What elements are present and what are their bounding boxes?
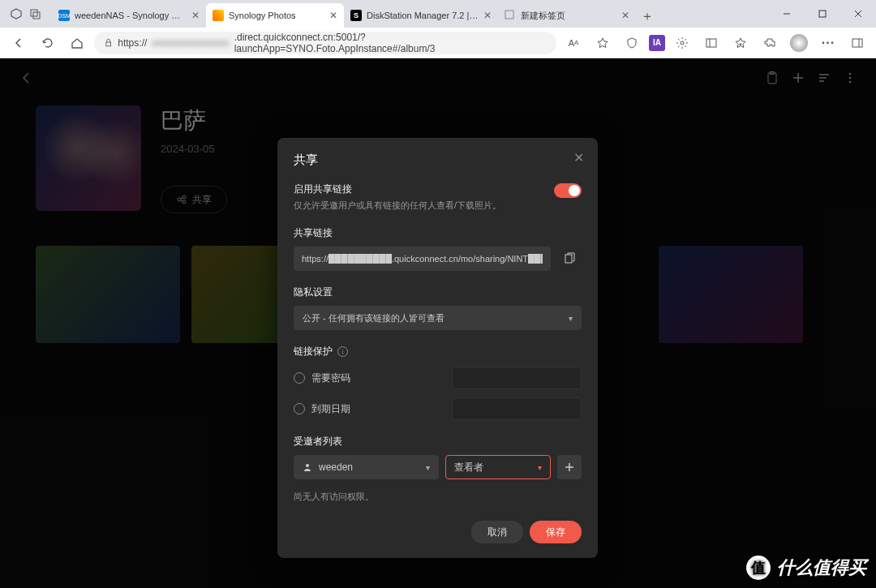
share-link-input[interactable] — [294, 247, 551, 271]
ia-extension-icon[interactable]: IA — [649, 35, 665, 51]
privacy-value: 公开 - 任何拥有该链接的人皆可查看 — [303, 312, 444, 324]
back-button[interactable] — [6, 31, 31, 55]
enable-link-label: 启用共享链接 — [294, 182, 582, 196]
close-icon[interactable]: ✕ — [621, 10, 629, 21]
browser-titlebar: DSM weedenNAS - Synology NAS ✕ Synology … — [0, 0, 876, 28]
svg-rect-13 — [852, 39, 862, 47]
refresh-button[interactable] — [36, 31, 60, 55]
photos-favicon — [213, 10, 224, 21]
collections-icon[interactable] — [728, 31, 753, 55]
expiry-field[interactable] — [452, 397, 582, 420]
watermark-text: 什么值得买 — [777, 556, 866, 580]
save-button[interactable]: 保存 — [530, 521, 582, 543]
add-invitee-button[interactable] — [557, 455, 582, 479]
tab-photos-active[interactable]: Synology Photos ✕ — [206, 3, 344, 28]
modal-title: 共享 — [294, 152, 582, 168]
svg-rect-0 — [31, 10, 37, 16]
close-icon[interactable]: ✕ — [329, 10, 337, 21]
close-icon[interactable]: ✕ — [570, 149, 586, 165]
tab-nas[interactable]: DSM weedenNAS - Synology NAS ✕ — [52, 3, 206, 28]
svg-point-31 — [306, 464, 309, 467]
expiry-radio[interactable] — [294, 403, 305, 414]
watermark: 值 什么值得买 — [746, 556, 866, 580]
synology-favicon: S — [350, 10, 362, 21]
address-bar: https:// wwwwwwwwwww .direct.quickconnec… — [0, 28, 876, 58]
enable-link-toggle[interactable] — [554, 183, 582, 198]
url-suffix: .direct.quickconnect.cn:5001/?launchApp=… — [234, 32, 547, 54]
cancel-button[interactable]: 取消 — [471, 521, 523, 543]
watermark-icon: 值 — [746, 556, 771, 580]
protect-section-label: 链接保护 i — [294, 345, 582, 358]
copy-icon — [563, 252, 576, 265]
tab-label: DiskStation Manager 7.2 | 群晖 — [367, 10, 479, 22]
invitee-section-label: 受邀者列表 — [294, 435, 582, 449]
gear-icon[interactable] — [670, 31, 694, 55]
copy-link-button[interactable] — [557, 247, 582, 271]
reader-icon[interactable]: AA — [561, 31, 586, 55]
svg-rect-30 — [565, 255, 572, 263]
synology-photos-app: 巴萨 2024-03-05 共享 共享 ✕ 启用共享链接 仅允许受邀用户或具有链… — [0, 58, 876, 588]
star-icon[interactable] — [590, 31, 615, 55]
url-input[interactable]: https:// wwwwwwwwwww .direct.quickconnec… — [94, 32, 556, 54]
info-icon[interactable]: i — [337, 346, 348, 357]
svg-rect-2 — [505, 11, 513, 19]
share-modal: 共享 ✕ 启用共享链接 仅允许受邀用户或具有链接的任何人查看/下载照片。 共享链… — [277, 138, 598, 558]
url-hidden: wwwwwwwwwww — [152, 37, 229, 49]
user-value: weeden — [319, 461, 419, 473]
close-icon[interactable]: ✕ — [483, 10, 492, 21]
user-select[interactable]: weeden ▾ — [294, 455, 439, 479]
role-value: 查看者 — [454, 461, 483, 474]
svg-rect-7 — [106, 42, 111, 46]
profile-avatar[interactable] — [787, 31, 811, 55]
workspace-icon[interactable] — [6, 4, 26, 24]
shield-icon[interactable] — [620, 31, 644, 55]
tab-label: 新建标签页 — [521, 10, 616, 22]
tab-overview-icon[interactable] — [26, 4, 45, 24]
password-label: 需要密码 — [311, 371, 350, 385]
home-button[interactable] — [65, 31, 89, 55]
svg-rect-1 — [33, 12, 40, 19]
url-prefix: https:// — [118, 37, 147, 49]
privacy-select[interactable]: 公开 - 任何拥有该链接的人皆可查看 ▾ — [294, 306, 582, 330]
maximize-button[interactable] — [805, 0, 840, 28]
window-controls — [769, 0, 876, 28]
expiry-label: 到期日期 — [311, 402, 350, 416]
no-access-text: 尚无人有访问权限。 — [294, 491, 582, 503]
password-radio[interactable] — [294, 372, 305, 384]
user-icon — [303, 462, 312, 472]
tab-newtab[interactable]: 新建标签页 ✕ — [498, 3, 636, 28]
svg-point-8 — [681, 41, 684, 45]
dsm-favicon: DSM — [58, 10, 70, 21]
chevron-down-icon: ▾ — [538, 463, 542, 472]
blank-favicon — [505, 10, 516, 21]
new-tab-button[interactable]: ＋ — [636, 5, 659, 28]
chevron-down-icon: ▾ — [569, 314, 573, 323]
lock-icon — [104, 38, 113, 48]
minimize-button[interactable] — [769, 0, 805, 28]
chevron-down-icon: ▾ — [426, 463, 430, 472]
tab-label: Synology Photos — [229, 11, 324, 20]
svg-rect-9 — [706, 39, 716, 47]
enable-link-desc: 仅允许受邀用户或具有链接的任何人查看/下载照片。 — [294, 200, 582, 212]
extensions-icon[interactable] — [758, 31, 782, 55]
sidebar-icon[interactable] — [699, 31, 724, 55]
password-field[interactable] — [452, 367, 582, 389]
close-icon[interactable]: ✕ — [191, 10, 200, 21]
svg-rect-4 — [819, 11, 826, 17]
plus-icon — [564, 461, 575, 473]
role-select[interactable]: 查看者 ▾ — [445, 455, 551, 479]
close-button[interactable] — [840, 0, 876, 28]
tab-dsm72[interactable]: S DiskStation Manager 7.2 | 群晖 ✕ — [344, 3, 498, 28]
tab-label: weedenNAS - Synology NAS — [75, 11, 187, 20]
menu-icon[interactable]: ··· — [816, 31, 840, 55]
tab-bar: DSM weedenNAS - Synology NAS ✕ Synology … — [52, 0, 769, 28]
link-section-label: 共享链接 — [294, 226, 582, 240]
split-icon[interactable] — [845, 31, 870, 55]
privacy-section-label: 隐私设置 — [294, 285, 582, 299]
